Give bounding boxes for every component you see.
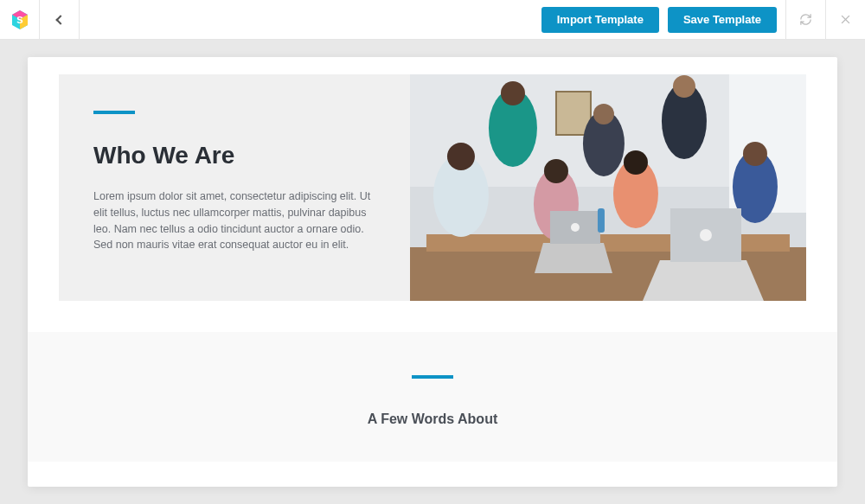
- page-canvas[interactable]: Who We Are Lorem ipsum dolor sit amet, c…: [28, 57, 837, 487]
- app-logo-icon: S: [10, 10, 30, 30]
- svg-marker-23: [535, 243, 612, 273]
- close-button[interactable]: [825, 0, 865, 40]
- about-section[interactable]: A Few Words About: [28, 332, 837, 462]
- svg-marker-26: [643, 260, 764, 301]
- hero-heading: Who We Are: [93, 142, 375, 169]
- svg-point-16: [593, 104, 614, 124]
- accent-divider-center: [412, 375, 453, 379]
- svg-point-28: [700, 229, 712, 241]
- svg-point-10: [447, 143, 475, 170]
- refresh-button[interactable]: [785, 0, 825, 40]
- save-template-button[interactable]: Save Template: [668, 7, 777, 33]
- accent-divider: [93, 111, 135, 114]
- header-toolbar: S Import Template Save Template: [0, 0, 865, 40]
- close-icon: [839, 13, 852, 26]
- logo-box: S: [0, 0, 40, 40]
- canvas-area: Who We Are Lorem ipsum dolor sit amet, c…: [0, 40, 865, 504]
- hero-section[interactable]: Who We Are Lorem ipsum dolor sit amet, c…: [59, 74, 806, 301]
- hero-image: [410, 74, 806, 301]
- team-photo-placeholder: [410, 74, 806, 301]
- svg-text:S: S: [16, 15, 22, 25]
- svg-point-18: [624, 150, 648, 175]
- about-heading: A Few Words About: [28, 411, 837, 427]
- refresh-icon: [799, 13, 812, 26]
- chevron-left-icon: [55, 15, 65, 24]
- svg-point-20: [673, 75, 695, 98]
- back-button[interactable]: [40, 0, 80, 40]
- svg-point-14: [544, 159, 568, 183]
- svg-point-25: [571, 223, 580, 232]
- svg-point-22: [743, 142, 767, 166]
- svg-point-12: [501, 81, 525, 105]
- svg-rect-29: [598, 208, 605, 233]
- hero-text-col: Who We Are Lorem ipsum dolor sit amet, c…: [59, 74, 410, 301]
- import-template-button[interactable]: Import Template: [541, 7, 659, 33]
- hero-body-text: Lorem ipsum dolor sit amet, consectetur …: [93, 188, 375, 253]
